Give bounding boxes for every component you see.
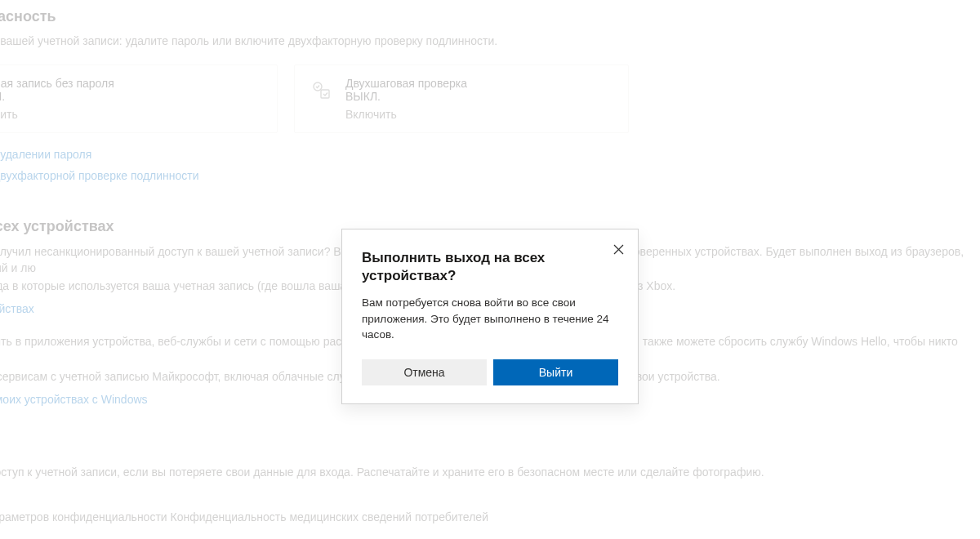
close-icon[interactable] — [608, 239, 628, 259]
modal-overlay: Выполнить выход на всех устройствах? Вам… — [0, 0, 980, 539]
dialog-title: Выполнить выход на всех устройствах? — [362, 249, 618, 285]
dialog-body: Вам потребуется снова войти во все свои … — [362, 295, 618, 343]
dialog-button-row: Отмена Выйти — [362, 359, 618, 385]
cancel-button[interactable]: Отмена — [362, 359, 487, 385]
signout-button[interactable]: Выйти — [493, 359, 618, 385]
signout-confirm-dialog: Выполнить выход на всех устройствах? Вам… — [341, 229, 639, 404]
